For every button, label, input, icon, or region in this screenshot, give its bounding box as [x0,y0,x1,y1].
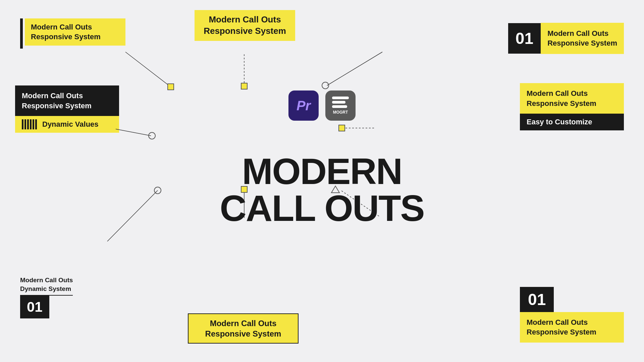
mid-right-top: Modern Call OutsResponsive System [520,83,624,114]
svg-rect-3 [241,83,247,89]
svg-line-4 [327,52,382,85]
svg-point-11 [154,187,161,194]
bot-left-number: 01 [20,296,49,318]
logos-container: Pr MOGRT [288,90,356,121]
bot-right-text: Modern Call OutsResponsive System [520,312,624,343]
center-title: MODERN CALL OUTS [220,153,424,227]
bot-center-label: Modern Call OutsResponsive System [189,314,298,343]
top-center-text: Modern Call OutsResponsive System [204,14,286,36]
premiere-logo-text: Pr [297,98,311,113]
mogrt-logo-text: MOGRT [333,110,348,115]
callout-bot-right: 01 Modern Call OutsResponsive System [520,287,624,343]
mogrt-line-2 [332,101,345,104]
bot-right-num: 01 [520,287,554,312]
callout-top-center: Modern Call OutsResponsive System [195,10,295,41]
mid-right-bot: Easy to Customize [520,114,624,130]
hatch-6 [35,119,37,129]
svg-rect-1 [168,84,174,90]
mogrt-line-3 [332,105,347,108]
mid-left-main: Modern Call OutsResponsive System [15,85,119,116]
bot-left-num-row: 01 [20,296,73,318]
premiere-logo: Pr [288,90,319,121]
hatch-1 [22,119,23,129]
top-right-text: Modern Call OutsResponsive System [541,23,624,54]
mogrt-line-1 [332,97,349,99]
hatch-4 [30,119,32,129]
mid-left-sub-text: Dynamic Values [42,120,99,129]
top-left-text: Modern Call OutsResponsive System [31,23,101,41]
svg-point-5 [322,82,329,89]
callout-mid-left: Modern Call OutsResponsive System Dynami… [15,85,119,133]
top-left-label: Modern Call OutsResponsive System [25,18,125,46]
mid-left-sub: Dynamic Values [15,116,119,133]
svg-line-0 [125,52,171,87]
svg-point-7 [149,132,155,139]
callout-bot-center: Modern Call OutsResponsive System [188,313,299,344]
top-center-label: Modern Call OutsResponsive System [195,10,295,41]
svg-line-6 [116,129,151,136]
callout-bot-left: Modern Call Outs Dynamic System 01 [20,276,73,318]
svg-line-10 [107,190,158,241]
bot-left-top-text: Modern Call Outs Dynamic System [20,276,73,296]
hatch-5 [33,119,34,129]
hatch-2 [24,119,26,129]
callout-mid-right: Modern Call OutsResponsive System Easy t… [520,83,624,130]
top-right-number: 01 [508,23,541,54]
callout-top-right: 01 Modern Call OutsResponsive System [508,23,624,54]
callout-top-left: Modern Call OutsResponsive System [20,18,125,46]
top-left-content: Modern Call OutsResponsive System [25,18,125,46]
mogrt-logo: MOGRT [325,90,356,121]
title-line1: MODERN [220,153,424,190]
title-line2: CALL OUTS [220,190,424,227]
top-left-bar [20,18,23,49]
hatch-3 [27,119,29,129]
svg-rect-9 [339,125,345,131]
